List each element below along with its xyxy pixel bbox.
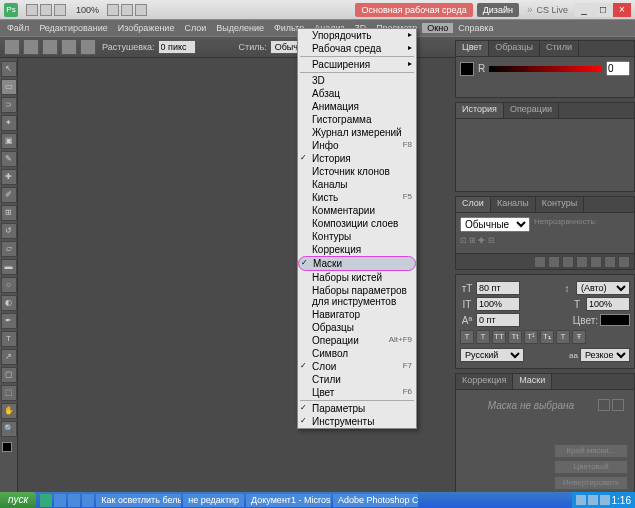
menuitem-Наборы кистей[interactable]: Наборы кистей: [298, 271, 416, 284]
antialias-select[interactable]: Резкое: [580, 348, 630, 362]
type-tool[interactable]: T: [1, 331, 17, 347]
close-button[interactable]: ×: [613, 3, 631, 17]
style-button[interactable]: T: [460, 330, 474, 344]
doc-icon[interactable]: [54, 4, 66, 16]
tracking-input[interactable]: [476, 313, 520, 327]
font-size-input[interactable]: [476, 281, 520, 295]
feather-input[interactable]: [158, 40, 196, 54]
tab-Цвет[interactable]: Цвет: [456, 41, 489, 56]
tray-icon[interactable]: [600, 495, 610, 505]
blur-tool[interactable]: ○: [1, 277, 17, 293]
fg-color-swatch[interactable]: [460, 62, 474, 76]
style-button[interactable]: Tt: [508, 330, 522, 344]
menuitem-Абзац[interactable]: Абзац: [298, 87, 416, 100]
blend-mode-select[interactable]: Обычные: [460, 217, 530, 232]
adjust-icon[interactable]: [576, 256, 588, 268]
style-button[interactable]: Ŧ: [572, 330, 586, 344]
color-value-input[interactable]: [606, 61, 630, 76]
menuitem-Символ[interactable]: Символ: [298, 347, 416, 360]
tray-icon[interactable]: [588, 495, 598, 505]
workspace-button[interactable]: Основная рабочая среда: [355, 3, 472, 17]
menu-Справка[interactable]: Справка: [453, 23, 498, 33]
menuitem-Навигатор[interactable]: Навигатор: [298, 308, 416, 321]
menuitem-Наборы параметров для инструментов[interactable]: Наборы параметров для инструментов: [298, 284, 416, 308]
menuitem-Расширения[interactable]: Расширения: [298, 58, 416, 71]
menuitem-Коррекция[interactable]: Коррекция: [298, 243, 416, 256]
eyedropper-tool[interactable]: ✎: [1, 151, 17, 167]
link-icon[interactable]: [534, 256, 546, 268]
quicklaunch-icon[interactable]: [54, 494, 66, 507]
cslive-button[interactable]: CS Live: [536, 5, 568, 15]
tab-История[interactable]: История: [456, 103, 504, 118]
style-button[interactable]: TT: [492, 330, 506, 344]
history-brush-tool[interactable]: ↺: [1, 223, 17, 239]
menuitem-Композиции слоев[interactable]: Композиции слоев: [298, 217, 416, 230]
menu-Редактирование[interactable]: Редактирование: [34, 23, 113, 33]
menuitem-Операции[interactable]: ОперацииAlt+F9: [298, 334, 416, 347]
style-button[interactable]: T¹: [524, 330, 538, 344]
menuitem-Анимация[interactable]: Анимация: [298, 100, 416, 113]
task-button[interactable]: Документ1 - Micros...: [246, 494, 331, 507]
menu-Слои[interactable]: Слои: [179, 23, 211, 33]
menu-Окно[interactable]: Окно: [422, 23, 453, 33]
tool-preset-icon[interactable]: [107, 4, 119, 16]
task-button[interactable]: Как осветлить белы...: [96, 494, 181, 507]
crop-tool[interactable]: ▣: [1, 133, 17, 149]
quicklaunch-icon[interactable]: [82, 494, 94, 507]
menuitem-Каналы[interactable]: Каналы: [298, 178, 416, 191]
dodge-tool[interactable]: ◐: [1, 295, 17, 311]
tab-Контуры[interactable]: Контуры: [536, 197, 584, 212]
vscale-input[interactable]: [476, 297, 520, 311]
menuitem-Журнал измерений[interactable]: Журнал измерений: [298, 126, 416, 139]
marquee-tool[interactable]: ▭: [1, 79, 17, 95]
tab-Стили[interactable]: Стили: [540, 41, 579, 56]
minimize-button[interactable]: _: [575, 3, 593, 17]
heal-tool[interactable]: ✚: [1, 169, 17, 185]
style-button[interactable]: T₁: [540, 330, 554, 344]
menuitem-Инструменты[interactable]: Инструменты: [298, 415, 416, 428]
3d-tool[interactable]: ⬚: [1, 385, 17, 401]
selection-new-icon[interactable]: [23, 39, 39, 55]
menuitem-Стили[interactable]: Стили: [298, 373, 416, 386]
stamp-tool[interactable]: ⊞: [1, 205, 17, 221]
menuitem-Рабочая среда[interactable]: Рабочая среда: [298, 42, 416, 55]
system-tray[interactable]: 1:16: [572, 492, 635, 508]
task-button[interactable]: Adobe Photoshop CS...: [333, 494, 418, 507]
language-select[interactable]: Русский: [460, 348, 524, 362]
color-range-button[interactable]: Цветовой диапазон...: [554, 460, 628, 474]
tab-Каналы[interactable]: Каналы: [491, 197, 536, 212]
menu-Изображение[interactable]: Изображение: [113, 23, 180, 33]
menuitem-Параметры[interactable]: Параметры: [298, 402, 416, 415]
menuitem-Комментарии[interactable]: Комментарии: [298, 204, 416, 217]
doc-icon[interactable]: [26, 4, 38, 16]
pen-tool[interactable]: ✒: [1, 313, 17, 329]
selection-sub-icon[interactable]: [61, 39, 77, 55]
menuitem-Слои[interactable]: СлоиF7: [298, 360, 416, 373]
pixel-mask-icon[interactable]: [598, 399, 610, 411]
mask-edge-button[interactable]: Край маски...: [554, 444, 628, 458]
maximize-button[interactable]: □: [594, 3, 612, 17]
gradient-tool[interactable]: ▬: [1, 259, 17, 275]
menu-Файл[interactable]: Файл: [2, 23, 34, 33]
guides-icon[interactable]: [135, 4, 147, 16]
tab-Слои[interactable]: Слои: [456, 197, 491, 212]
menuitem-3D[interactable]: 3D: [298, 74, 416, 87]
grid-icon[interactable]: [121, 4, 133, 16]
quicklaunch-icon[interactable]: [40, 494, 52, 507]
quicklaunch-icon[interactable]: [68, 494, 80, 507]
invert-button[interactable]: Инвертировать: [554, 476, 628, 490]
menuitem-Образцы[interactable]: Образцы: [298, 321, 416, 334]
leading-select[interactable]: (Авто): [576, 281, 630, 295]
text-color-swatch[interactable]: [600, 314, 630, 326]
menuitem-Источник клонов[interactable]: Источник клонов: [298, 165, 416, 178]
tab-Коррекция[interactable]: Коррекция: [456, 374, 513, 389]
trash-icon[interactable]: [618, 256, 630, 268]
style-button[interactable]: T: [476, 330, 490, 344]
hand-tool[interactable]: ✋: [1, 403, 17, 419]
new-layer-icon[interactable]: [604, 256, 616, 268]
vector-mask-icon[interactable]: [612, 399, 624, 411]
menuitem-Цвет[interactable]: ЦветF6: [298, 386, 416, 399]
color-slider[interactable]: [489, 66, 602, 72]
menu-Выделение[interactable]: Выделение: [211, 23, 269, 33]
menuitem-Гистограмма[interactable]: Гистограмма: [298, 113, 416, 126]
